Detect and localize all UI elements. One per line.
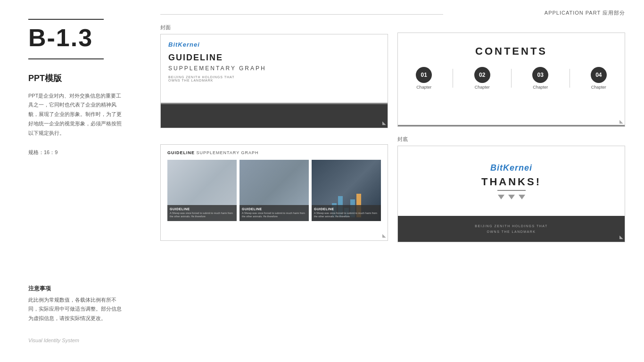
graph-title: GUIDELINE SUPPLEMENTARY GRAPH — [167, 150, 381, 155]
slide-thanks[interactable]: BitKernei THANKS! BEIJING ZENITH — [397, 146, 625, 242]
chapter-label-1: Chapter — [416, 85, 431, 90]
chapter-circle-2: 02 — [474, 67, 490, 83]
thanks-scroll-mark — [619, 232, 623, 240]
top-bar: APPLICATION PART 应用部分 — [160, 9, 625, 16]
chapter-item-3: 03 Chapter — [532, 67, 548, 90]
contents-title: CONTENTS — [405, 45, 617, 58]
cover-title-line1: GUIDELINE — [168, 53, 380, 63]
thanks-bar-text: BEIJING ZENITH HOLDINGS THAT OWNS THE LA… — [475, 223, 548, 234]
contents-scroll-mark — [619, 116, 623, 125]
section-code: B-1.3 — [28, 25, 123, 50]
img-label-2: GUIDELINE — [242, 207, 306, 211]
graph-scroll-mark — [382, 230, 386, 239]
thanks-label: 封底 — [397, 136, 625, 143]
img-text-1: A Sheep was once forced to submit to muc… — [170, 212, 234, 219]
chapter-circle-3: 03 — [532, 67, 548, 83]
chapter-item-2: 02 Chapter — [474, 67, 490, 90]
top-bar-left — [160, 9, 443, 15]
img-label-3: GUIDELINE — [314, 207, 379, 211]
sidebar-note-text: 此比例为常规数值，各载体比例有所不同，实际应用中可做适当调整。部分信息为虚拟信息… — [28, 296, 123, 323]
chapter-label-4: Chapter — [591, 85, 606, 90]
contents-bottom-bar — [398, 125, 625, 126]
img-text-2: A Sheep was once forced to submit to muc… — [242, 212, 306, 219]
sidebar-note-title: 注意事项 — [28, 285, 123, 293]
chapter-label-2: Chapter — [475, 85, 490, 90]
chapter-circle-1: 01 — [416, 67, 432, 83]
thanks-underline — [497, 190, 526, 191]
thanks-bar: BEIJING ZENITH HOLDINGS THAT OWNS THE LA… — [398, 216, 625, 242]
slide-graph[interactable]: GUIDELINE SUPPLEMENTARY GRAPH GUIDELINE … — [160, 144, 388, 241]
sidebar-note-section: 注意事项 此比例为常规数值，各载体比例有所不同，实际应用中可做适当调整。部分信息… — [28, 285, 123, 343]
slide-cover-wrapper: 封面 BitKernei GUIDELINE SUPPLEMENTARY GRA… — [160, 24, 388, 128]
slide-contents[interactable]: CONTENTS 01 Chapter 02 Chapter — [397, 33, 625, 127]
contents-chapters: 01 Chapter 02 Chapter 03 Chapt — [405, 67, 617, 90]
img-overlay-1: GUIDELINE A Sheep was once forced to sub… — [167, 205, 237, 221]
sidebar-footer: Visual Identity System — [28, 337, 123, 343]
sidebar-divider — [28, 58, 104, 59]
section-title: PPT模版 — [28, 73, 123, 84]
accent-tri-1 — [498, 195, 504, 199]
cover-bar — [161, 104, 388, 128]
accent-tri-2 — [508, 195, 515, 199]
slide-image-2: GUIDELINE A Sheep was once forced to sub… — [239, 160, 309, 221]
slide-image-3: GUIDELINE A Sheep was once forced to sub… — [312, 160, 381, 221]
slide-thanks-wrapper: 封底 BitKernei THANKS! — [397, 136, 625, 242]
chapter-item-4: 04 Chapter — [591, 67, 607, 90]
slides-area: 封面 BitKernei GUIDELINE SUPPLEMENTARY GRA… — [160, 24, 625, 353]
sidebar: B-1.3 PPT模版 PPT是企业对内、对外交换信息的重要工具之一，它同时也代… — [0, 0, 151, 362]
graph-label — [160, 136, 388, 141]
chapter-divider-3 — [570, 69, 570, 88]
slides-row-1: 封面 BitKernei GUIDELINE SUPPLEMENTARY GRA… — [160, 24, 625, 128]
img-text-3: A Sheep was once forced to submit to muc… — [314, 212, 379, 219]
sidebar-description: PPT是企业对内、对外交换信息的重要工具之一，它同时也代表了企业的精神风貌，展现… — [28, 91, 123, 138]
img-overlay-2: GUIDELINE A Sheep was once forced to sub… — [239, 205, 309, 221]
thanks-accent — [498, 195, 525, 199]
slide-image-1: GUIDELINE A Sheep was once forced to sub… — [167, 160, 237, 221]
top-bar-line — [160, 14, 443, 15]
chapter-circle-4: 04 — [591, 67, 607, 83]
accent-tri-3 — [519, 195, 525, 199]
thanks-text: THANKS! — [481, 176, 541, 188]
contents-label — [397, 24, 625, 30]
slide-contents-wrapper: CONTENTS 01 Chapter 02 Chapter — [397, 24, 625, 127]
chapter-divider-2 — [511, 69, 512, 88]
cover-logo: BitKernei — [168, 41, 380, 48]
cover-label: 封面 — [160, 24, 388, 31]
chapter-item-1: 01 Chapter — [416, 67, 432, 90]
app-part-label: APPLICATION PART 应用部分 — [545, 9, 625, 16]
chapter-label-3: Chapter — [533, 85, 548, 90]
img-overlay-3: GUIDELINE A Sheep was once forced to sub… — [312, 205, 381, 221]
thanks-top-section: BitKernei THANKS! — [398, 146, 625, 216]
sidebar-spec: 规格：16：9 — [28, 149, 123, 156]
chapter-divider-1 — [453, 69, 453, 88]
thanks-logo: BitKernei — [490, 163, 532, 173]
cover-scroll-mark — [382, 118, 386, 126]
slide-graph-wrapper: GUIDELINE SUPPLEMENTARY GRAPH GUIDELINE … — [160, 136, 388, 241]
slide-cover[interactable]: BitKernei GUIDELINE SUPPLEMENTARY GRAPH … — [160, 34, 388, 128]
cover-title-line2: SUPPLEMENTARY GRAPH — [168, 65, 380, 72]
img-label-1: GUIDELINE — [170, 207, 234, 211]
content-area: APPLICATION PART 应用部分 封面 BitKernei GUIDE… — [151, 0, 644, 362]
cover-tagline: BEIJING ZENITH HOLDINGS THAT OWNS THE LA… — [168, 75, 380, 82]
slide-images-row: GUIDELINE A Sheep was once forced to sub… — [167, 160, 381, 221]
slides-row-2: GUIDELINE SUPPLEMENTARY GRAPH GUIDELINE … — [160, 136, 625, 242]
sidebar-top-line — [28, 19, 104, 20]
